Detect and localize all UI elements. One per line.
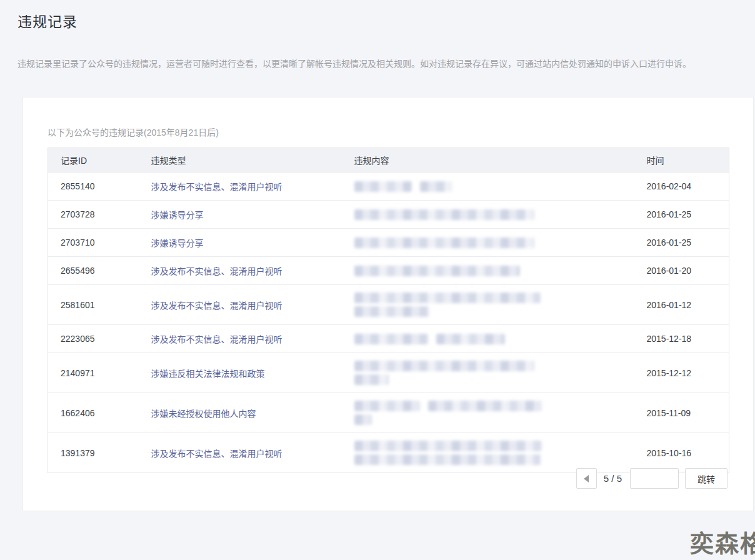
violation-content-cell bbox=[342, 172, 634, 201]
violation-type-link[interactable]: 涉嫌违反相关法律法规和政策 bbox=[151, 369, 265, 379]
violation-content-cell bbox=[342, 285, 634, 325]
page-description: 违规记录里记录了公众号的违规情况，运营者可随时进行查看，以更清晰了解帐号违规情况… bbox=[18, 58, 738, 70]
record-id: 2655496 bbox=[48, 257, 139, 285]
pagination: 5 / 5 跳转 bbox=[576, 468, 728, 489]
violation-content-cell bbox=[342, 257, 634, 285]
violation-date: 2016-01-25 bbox=[634, 229, 729, 257]
redacted-content-segment bbox=[354, 334, 428, 344]
redacted-content-segment bbox=[354, 401, 420, 411]
column-header-violation-content: 违规内容 bbox=[342, 148, 634, 172]
redacted-content-line bbox=[354, 414, 628, 425]
violation-type-link[interactable]: 涉嫌未经授权使用他人内容 bbox=[151, 409, 256, 419]
table-row: 2855140 涉及发布不实信息、混淆用户视听 2016-02-04 bbox=[48, 172, 729, 201]
record-id: 1391379 bbox=[48, 433, 139, 473]
violation-type-link[interactable]: 涉及发布不实信息、混淆用户视听 bbox=[151, 301, 282, 311]
redacted-content-segment bbox=[354, 441, 542, 451]
violation-content-cell bbox=[342, 325, 634, 353]
redacted-content-line bbox=[354, 181, 628, 192]
table-row: 1391379 涉及发布不实信息、混淆用户视听 2015-10-16 bbox=[48, 433, 729, 473]
record-id: 2703710 bbox=[48, 229, 139, 257]
violation-type-link[interactable]: 涉及发布不实信息、混淆用户视听 bbox=[151, 449, 282, 459]
previous-page-button[interactable] bbox=[576, 468, 597, 489]
redacted-content-line bbox=[354, 361, 628, 371]
violation-date: 2016-01-25 bbox=[634, 201, 729, 229]
redacted-content-line bbox=[354, 441, 628, 451]
table-row: 2581601 涉及发布不实信息、混淆用户视听 2016-01-12 bbox=[48, 285, 729, 325]
page-title: 违规记录 bbox=[18, 10, 738, 31]
violation-table-body: 2855140 涉及发布不实信息、混淆用户视听 2016-02-04 27037… bbox=[48, 172, 729, 473]
column-header-record-id: 记录ID bbox=[48, 148, 139, 172]
redacted-content-segment bbox=[354, 306, 429, 317]
redacted-content-segment bbox=[354, 181, 412, 192]
record-id: 2223065 bbox=[48, 325, 139, 353]
violation-date: 2016-01-12 bbox=[634, 285, 729, 325]
page-jump-input[interactable] bbox=[630, 468, 679, 489]
redacted-content-line bbox=[354, 266, 628, 276]
record-id: 2581601 bbox=[48, 285, 139, 325]
redacted-content-segment bbox=[354, 209, 534, 220]
redacted-content-line bbox=[354, 209, 628, 220]
violation-content-cell bbox=[342, 393, 634, 433]
page-header: 违规记录 违规记录里记录了公众号的违规情况，运营者可随时进行查看，以更清晰了解帐… bbox=[0, 0, 755, 70]
redacted-content-segment bbox=[354, 361, 534, 371]
table-row: 1662406 涉嫌未经授权使用他人内容 2015-11-09 bbox=[48, 393, 729, 433]
violation-records-card: 以下为公众号的违规记录(2015年8月21日后) 记录ID 违规类型 违规内容 … bbox=[22, 97, 754, 511]
watermark-logo: 奕森格 bbox=[690, 524, 755, 559]
table-header-row: 记录ID 违规类型 违规内容 时间 bbox=[48, 148, 729, 172]
violation-type-link[interactable]: 涉嫌诱导分享 bbox=[151, 238, 204, 248]
redacted-content-line bbox=[354, 238, 628, 248]
redacted-content-line bbox=[354, 401, 628, 411]
records-scope-note: 以下为公众号的违规记录(2015年8月21日后) bbox=[48, 126, 729, 138]
page-indicator: 5 / 5 bbox=[604, 473, 622, 484]
record-id: 2703728 bbox=[48, 201, 139, 229]
violation-date: 2015-11-09 bbox=[634, 393, 729, 433]
violation-type-link[interactable]: 涉及发布不实信息、混淆用户视听 bbox=[151, 266, 282, 276]
table-row: 2703710 涉嫌诱导分享 2016-01-25 bbox=[48, 229, 729, 257]
redacted-content-line bbox=[354, 292, 628, 303]
record-id: 2140971 bbox=[48, 353, 139, 393]
table-row: 2655496 涉及发布不实信息、混淆用户视听 2016-01-20 bbox=[48, 257, 729, 285]
redacted-content-segment bbox=[354, 238, 534, 248]
redacted-content-segment bbox=[354, 374, 389, 385]
violation-date: 2016-02-04 bbox=[634, 172, 729, 201]
redacted-content-line bbox=[354, 374, 628, 385]
violation-content-cell bbox=[342, 353, 634, 393]
table-row: 2223065 涉及发布不实信息、混淆用户视听 2015-12-18 bbox=[48, 325, 729, 353]
violation-records-table: 记录ID 违规类型 违规内容 时间 2855140 涉及发布不实信息、混淆用户视… bbox=[48, 148, 729, 473]
redacted-content-line bbox=[354, 334, 628, 344]
violation-date: 2015-12-18 bbox=[634, 325, 729, 353]
redacted-content-line bbox=[354, 454, 628, 465]
violation-content-cell bbox=[342, 433, 634, 473]
redacted-content-segment bbox=[354, 266, 520, 276]
left-triangle-icon bbox=[584, 475, 589, 482]
violation-content-cell bbox=[342, 229, 634, 257]
violation-date: 2015-12-12 bbox=[634, 353, 729, 393]
record-id: 1662406 bbox=[48, 393, 139, 433]
redacted-content-segment bbox=[436, 334, 505, 344]
violation-type-link[interactable]: 涉嫌诱导分享 bbox=[151, 210, 204, 220]
violation-date: 2016-01-20 bbox=[634, 257, 729, 285]
column-header-time: 时间 bbox=[634, 148, 729, 172]
redacted-content-segment bbox=[354, 454, 541, 465]
record-id: 2855140 bbox=[48, 172, 139, 201]
redacted-content-segment bbox=[354, 414, 372, 425]
violation-date: 2015-10-16 bbox=[634, 433, 729, 473]
table-row: 2703728 涉嫌诱导分享 2016-01-25 bbox=[48, 201, 729, 229]
page-jump-button[interactable]: 跳转 bbox=[685, 468, 728, 489]
redacted-content-segment bbox=[428, 401, 542, 411]
column-header-violation-type: 违规类型 bbox=[139, 148, 342, 172]
redacted-content-segment bbox=[354, 292, 541, 303]
violation-content-cell bbox=[342, 201, 634, 229]
violation-type-link[interactable]: 涉及发布不实信息、混淆用户视听 bbox=[151, 182, 282, 192]
violation-type-link[interactable]: 涉及发布不实信息、混淆用户视听 bbox=[151, 334, 282, 344]
table-row: 2140971 涉嫌违反相关法律法规和政策 2015-12-12 bbox=[48, 353, 729, 393]
redacted-content-segment bbox=[420, 181, 452, 192]
redacted-content-line bbox=[354, 306, 628, 317]
